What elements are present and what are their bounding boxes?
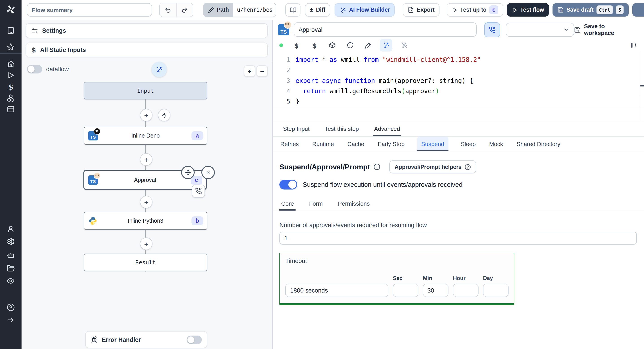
tab-core[interactable]: Core xyxy=(280,197,296,211)
folders-icon[interactable] xyxy=(7,264,15,272)
variables-dollar-icon[interactable]: $ xyxy=(7,82,15,90)
settings-gear-icon[interactable] xyxy=(7,237,15,246)
tab-form[interactable]: Form xyxy=(307,197,324,211)
graph-node-inline-deno[interactable]: TS Inline Deno a xyxy=(84,127,207,145)
timeout-day-input[interactable] xyxy=(483,284,508,297)
tab-permissions[interactable]: Permissions xyxy=(336,197,372,211)
diff-button[interactable]: ± Diff xyxy=(305,3,330,16)
timeout-hour-input[interactable] xyxy=(453,284,478,297)
code-text: } xyxy=(296,96,299,107)
redo-button[interactable] xyxy=(176,3,193,16)
test-flow-button[interactable]: Test flow xyxy=(507,3,549,16)
refresh-icon[interactable] xyxy=(347,42,354,49)
graph-zoom-in-button[interactable]: + xyxy=(244,65,255,77)
runs-play-icon[interactable] xyxy=(7,71,15,79)
tab-advanced[interactable]: Advanced xyxy=(373,121,401,136)
dataflow-toggle[interactable] xyxy=(27,65,42,73)
advanced-tabs: RetriesRuntimeCacheEarly StopSuspendSlee… xyxy=(272,137,644,151)
docs-book-button[interactable] xyxy=(285,3,300,16)
delete-node-button[interactable] xyxy=(201,166,215,179)
ai-wand-icon[interactable] xyxy=(380,39,392,51)
editor-overview-ruler[interactable] xyxy=(640,51,644,121)
resources-boxes-icon[interactable] xyxy=(7,94,15,102)
timeout-total-input[interactable] xyxy=(285,284,388,297)
play-icon xyxy=(512,7,518,13)
home-icon[interactable] xyxy=(7,60,15,68)
line-number: 1 xyxy=(272,55,296,65)
info-icon[interactable] xyxy=(374,164,380,170)
helpers-label: Approval/Prompt helpers xyxy=(395,164,462,170)
timeout-unit-label: Hour xyxy=(453,275,478,281)
tab-sleep[interactable]: Sleep xyxy=(460,137,477,151)
path-button[interactable]: Path xyxy=(204,3,234,16)
workspace-building-icon[interactable] xyxy=(7,26,15,34)
code-editor[interactable]: 1import * as wmill from "windmill-client… xyxy=(272,51,644,121)
timeout-min-input[interactable] xyxy=(423,284,448,297)
code-line-2[interactable]: 2 xyxy=(272,65,644,76)
tab-suspend[interactable]: Suspend xyxy=(417,137,448,151)
graph-zoom-out-button[interactable]: − xyxy=(256,65,268,77)
step-name-input[interactable] xyxy=(294,22,477,37)
tab-step-input[interactable]: Step Input xyxy=(282,121,310,136)
step-template-select[interactable] xyxy=(506,23,574,36)
workers-bot-icon[interactable] xyxy=(7,251,15,259)
timeout-sec-input[interactable] xyxy=(393,284,418,297)
line-number: 3 xyxy=(272,75,296,86)
tab-test-this-step[interactable]: Test this step xyxy=(324,121,360,136)
export-button[interactable]: Export xyxy=(403,3,440,16)
library-icon[interactable] xyxy=(630,42,637,49)
code-line-5[interactable]: 5} xyxy=(272,96,644,107)
windmill-logo-icon[interactable] xyxy=(6,4,16,15)
users-icon[interactable] xyxy=(7,225,15,233)
flow-panel-divider xyxy=(22,61,272,61)
suspend-phone-toggle-button[interactable] xyxy=(484,22,500,37)
graph-node-result[interactable]: Result xyxy=(84,254,207,271)
insert-step-button[interactable]: + xyxy=(140,237,152,250)
tab-runtime[interactable]: Runtime xyxy=(311,137,335,151)
suspend-toggle[interactable] xyxy=(280,180,297,190)
flow-settings-button[interactable]: Settings xyxy=(26,23,268,38)
deploy-button-partial[interactable] xyxy=(632,3,644,16)
favorites-star-icon[interactable] xyxy=(7,43,15,51)
save-to-workspace-button[interactable]: Save to workspace xyxy=(574,23,636,36)
code-line-3[interactable]: 3export async function main(approver?: s… xyxy=(272,75,644,86)
error-handler-toggle[interactable] xyxy=(186,335,202,344)
code-line-4[interactable]: 4 return wmill.getResumeUrls(approver) xyxy=(272,86,644,96)
insert-step-button[interactable]: + xyxy=(140,153,152,166)
tab-retries[interactable]: Retries xyxy=(280,137,300,151)
suspend-heading: Suspend/Approval/Prompt xyxy=(280,163,370,171)
error-handler-card[interactable]: Error Handler xyxy=(85,331,207,348)
graph-ai-wand-button[interactable] xyxy=(152,62,167,77)
approval-prompt-helpers-button[interactable]: Approval/Prompt helpers xyxy=(389,160,476,173)
undo-button[interactable] xyxy=(160,3,176,16)
insert-step-button[interactable]: + xyxy=(140,109,152,121)
format-brush-icon[interactable] xyxy=(364,42,372,49)
tab-mock[interactable]: Mock xyxy=(488,137,504,151)
insert-trigger-button[interactable] xyxy=(158,109,170,121)
save-draft-button[interactable]: Save draft Ctrl S xyxy=(552,3,629,16)
all-static-inputs-button[interactable]: $ All Static Inputs xyxy=(26,42,268,57)
tab-early-stop[interactable]: Early Stop xyxy=(377,137,406,151)
schedules-calendar-icon[interactable] xyxy=(7,105,15,113)
dynamic-inputs-icon[interactable]: $ xyxy=(311,42,318,49)
typescript-icon: TS xyxy=(278,24,289,35)
audit-eye-icon[interactable] xyxy=(7,277,15,285)
graph-node-input[interactable]: Input xyxy=(84,82,207,99)
package-icon[interactable] xyxy=(329,42,336,49)
input-node-label: Input xyxy=(84,87,207,94)
ai-flow-builder-button[interactable]: AI Flow Builder xyxy=(335,3,395,16)
expand-arrow-right-icon[interactable] xyxy=(7,316,15,324)
static-inputs-icon[interactable]: $ xyxy=(293,42,300,49)
graph-node-inline-python3[interactable]: Inline Python3 b xyxy=(84,212,207,230)
code-line-1[interactable]: 1import * as wmill from "windmill-client… xyxy=(272,55,644,65)
approvals-count-input[interactable] xyxy=(280,232,637,245)
flow-summary-input[interactable] xyxy=(27,3,152,16)
ai-wand-off-icon[interactable] xyxy=(400,42,408,49)
tab-cache[interactable]: Cache xyxy=(346,137,365,151)
help-circle-icon[interactable] xyxy=(7,303,15,311)
path-button-group[interactable]: Path u/henri/bes xyxy=(204,3,276,17)
test-up-to-button[interactable]: Test up to c xyxy=(447,3,503,16)
tab-shared-directory[interactable]: Shared Directory xyxy=(516,137,561,151)
insert-step-button[interactable]: + xyxy=(140,196,152,208)
move-node-button[interactable] xyxy=(181,166,195,179)
